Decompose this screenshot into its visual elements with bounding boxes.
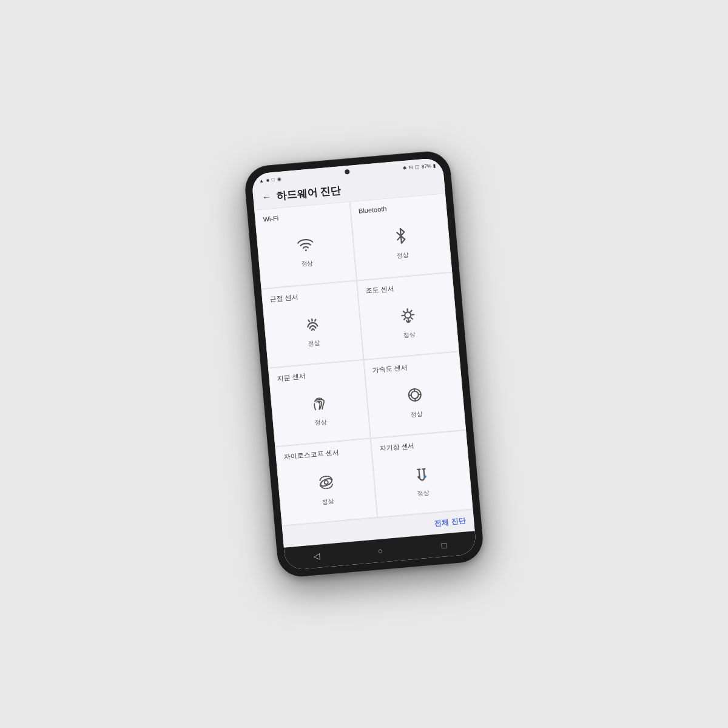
light-tile[interactable]: 조도 센서 xyxy=(357,272,459,360)
magnetic-title: 자기장 센서 xyxy=(379,442,415,454)
back-nav-button[interactable]: ◁ xyxy=(307,547,327,567)
wifi-status: 정상 xyxy=(301,259,314,269)
gyroscope-icon-area: 정상 xyxy=(285,459,369,520)
svg-point-0 xyxy=(305,249,307,251)
wifi-tile[interactable]: Wi-Fi 정상 xyxy=(254,201,357,289)
page-title: 하드웨어 진단 xyxy=(275,183,341,203)
battery-percent: 87% xyxy=(422,163,432,169)
recents-nav-button[interactable]: □ xyxy=(434,535,454,555)
battery-icon: ▮ xyxy=(433,163,436,168)
svg-line-10 xyxy=(411,318,413,319)
magnetic-tile[interactable]: 자기장 센서 정상 xyxy=(371,430,473,517)
magnetic-icon-area: 정상 xyxy=(380,450,464,511)
fingerprint-icon-area: 정상 xyxy=(278,380,362,441)
nav-icon: ▲ xyxy=(259,178,265,184)
svg-line-9 xyxy=(403,311,405,312)
sim-icon: ⊟ xyxy=(409,164,414,170)
proximity-tile[interactable]: 근접 센서 xyxy=(261,280,364,368)
circle-icon: ◉ xyxy=(277,176,281,182)
scene: ▲ ■ □ ◉ ✱ ⊟ ◫ 87% ▮ ← 하 xyxy=(0,0,728,728)
wifi-icon xyxy=(295,234,316,258)
back-button[interactable]: ← xyxy=(261,191,272,203)
gyroscope-title: 자이로스코프 센서 xyxy=(283,448,339,462)
magnetic-status: 정상 xyxy=(417,488,430,498)
proximity-icon xyxy=(302,314,323,338)
accelerometer-status: 정상 xyxy=(410,410,423,419)
status-right: ✱ ⊟ ◫ 87% ▮ xyxy=(403,163,436,171)
svg-point-14 xyxy=(411,391,419,399)
accelerometer-icon xyxy=(404,384,425,408)
fingerprint-title: 지문 센서 xyxy=(277,371,306,383)
phone-device: ▲ ■ □ ◉ ✱ ⊟ ◫ 87% ▮ ← 하 xyxy=(243,149,485,578)
svg-line-3 xyxy=(315,320,316,322)
status-left: ▲ ■ □ ◉ xyxy=(259,176,281,183)
full-diagnosis-button[interactable]: 전체 진단 xyxy=(434,516,466,528)
bluetooth-tile[interactable]: Bluetooth 정상 xyxy=(350,193,453,280)
accelerometer-icon-area: 정상 xyxy=(373,371,457,433)
svg-point-4 xyxy=(405,312,411,318)
accelerometer-title: 가속도 센서 xyxy=(372,362,408,374)
proximity-icon-area: 정상 xyxy=(271,300,355,362)
fingerprint-icon xyxy=(309,393,330,417)
svg-point-20 xyxy=(324,480,328,485)
gyroscope-status: 정상 xyxy=(322,497,334,507)
proximity-title: 근접 센서 xyxy=(269,292,298,304)
bluetooth-title: Bluetooth xyxy=(358,205,386,215)
svg-line-2 xyxy=(308,320,309,322)
bluetooth-icon xyxy=(390,225,411,249)
home-nav-button[interactable]: ○ xyxy=(371,541,391,561)
gyroscope-icon xyxy=(315,471,337,496)
fingerprint-tile[interactable]: 지문 센서 정상 xyxy=(268,360,371,447)
phone-screen: ▲ ■ □ ◉ ✱ ⊟ ◫ 87% ▮ ← 하 xyxy=(251,157,477,570)
light-icon xyxy=(397,305,419,329)
home-icon: □ xyxy=(271,177,275,182)
svg-line-12 xyxy=(404,318,405,320)
proximity-status: 정상 xyxy=(308,339,320,348)
wifi-icon-area: 정상 xyxy=(264,220,349,283)
svg-line-11 xyxy=(411,311,412,312)
bluetooth-icon-area: 정상 xyxy=(359,211,444,274)
accelerometer-tile[interactable]: 가속도 센서 xyxy=(363,351,466,439)
wifi-title: Wi-Fi xyxy=(263,214,279,223)
light-icon-area: 정상 xyxy=(366,292,451,354)
bluetooth-status: 정상 xyxy=(396,251,409,260)
signal-icon: ◫ xyxy=(415,164,420,170)
phone-wrapper: ▲ ■ □ ◉ ✱ ⊟ ◫ 87% ▮ ← 하 xyxy=(243,149,485,578)
back-icon: ■ xyxy=(266,177,269,183)
hardware-grid: Wi-Fi 정상 xyxy=(254,193,473,526)
magnetic-icon xyxy=(411,463,433,488)
fingerprint-status: 정상 xyxy=(315,418,328,428)
light-status: 정상 xyxy=(403,331,416,340)
light-title: 조도 센서 xyxy=(365,284,394,295)
gyroscope-tile[interactable]: 자이로스코프 센서 정상 xyxy=(275,439,377,526)
bluetooth-status-icon: ✱ xyxy=(403,165,408,171)
